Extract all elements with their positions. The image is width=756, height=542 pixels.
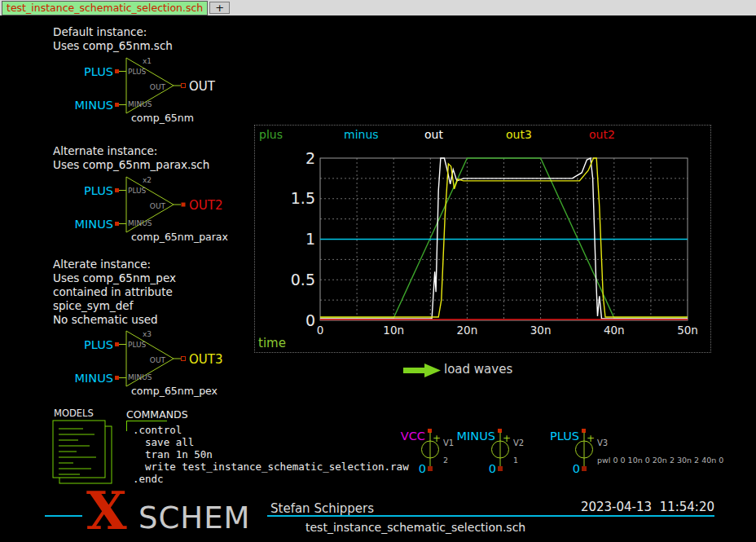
pin-square-out[interactable] [182, 203, 186, 207]
instance-designator: x2 [143, 176, 152, 184]
pin-square[interactable] [115, 103, 119, 107]
pin-square[interactable] [428, 429, 432, 433]
commands-code-block[interactable]: .control save all tran 1n 50n write test… [133, 424, 409, 485]
comparator-instance-x1[interactable]: x1 PLUS OUT MINUS PLUS MINUS OUT comp_65… [77, 51, 240, 128]
source-value: 2 [443, 456, 448, 465]
net-label-gnd[interactable]: 0 [419, 462, 426, 475]
commands-code-line: tran 1n 50n [133, 448, 409, 460]
net-label-minus[interactable]: MINUS [75, 99, 113, 112]
net-label-minus[interactable]: MINUS [75, 372, 113, 385]
instance3-header-line: contained in attribute [53, 285, 176, 299]
pin-square[interactable] [428, 466, 433, 471]
tab-active[interactable]: test_instance_schematic_selection.sch [2, 1, 208, 15]
commands-label: COMMANDS [126, 408, 188, 421]
source-designator: V3 [597, 438, 608, 447]
cell-name: comp_65nm_parax [131, 231, 228, 243]
pin-square[interactable] [582, 429, 586, 433]
legend-out: out [424, 128, 443, 141]
cell-name: comp_65nm_pex [131, 385, 218, 397]
models-label: MODELS [54, 408, 94, 419]
pin-square-out[interactable] [182, 357, 186, 361]
x-tick-label: 10n [383, 324, 404, 337]
cell-name: comp_65nm [131, 112, 194, 124]
legend-plus: plus [259, 128, 283, 141]
commands-code-line: .control [133, 424, 409, 436]
net-label-out[interactable]: OUT [189, 79, 216, 94]
net-label-plus[interactable]: PLUS [84, 65, 113, 78]
y-tick-label: 1 [305, 230, 315, 248]
pin-label-minus: MINUS [128, 100, 152, 108]
net-label-vcc[interactable]: VCC [401, 430, 425, 443]
voltage-source-v3[interactable]: PLUS + V3 pwl 0 0 10n 0 20n 2 30n 2 40n … [557, 425, 756, 477]
xschem-window: test_instance_schematic_selection.sch + … [0, 0, 756, 542]
sheet-title: test_instance_schematic_selection.sch [305, 521, 525, 534]
instance3-header: Alterate instance: Uses comp_65nm_pex co… [53, 258, 176, 327]
source-value: 1 [513, 456, 518, 465]
pin-square[interactable] [498, 466, 503, 471]
instance-designator: x3 [143, 330, 152, 338]
load-waves-arrow-icon[interactable] [402, 361, 442, 379]
pin-square[interactable] [498, 429, 502, 433]
instance1-header-line: Default instance: [53, 25, 173, 39]
x-tick-label: 50n [677, 324, 698, 337]
y-tick-label: 0.5 [291, 271, 315, 289]
y-tick-label: 1.5 [291, 189, 315, 207]
source-designator: V1 [443, 438, 454, 447]
x-axis-label: time [258, 336, 286, 350]
x-tick-label: 0 [317, 324, 324, 337]
pin-square[interactable] [115, 342, 119, 346]
pin-label-plus: PLUS [128, 68, 147, 76]
x-tick-label: 30n [530, 324, 552, 337]
net-label-minus[interactable]: MINUS [75, 218, 113, 231]
commands-code-line: write test_instance_schematic_selection.… [133, 460, 409, 473]
pin-square[interactable] [115, 376, 119, 380]
instance2-header: Alternate instance: Uses comp_65nm_parax… [53, 144, 209, 172]
polarity-plus-sign: + [587, 433, 595, 444]
pin-label-plus: PLUS [128, 341, 147, 349]
xschem-logo-x: X [86, 487, 127, 535]
x-tick-label: 40n [604, 324, 625, 337]
net-label-gnd[interactable]: 0 [573, 462, 580, 475]
timestamp: 2023-04-13 11:54:20 [521, 500, 714, 514]
comparator-instance-x3[interactable]: x3 PLUS OUT MINUS PLUS MINUS OUT3 comp_6… [77, 324, 240, 401]
footer-divider-line [267, 515, 714, 517]
instance3-header-line: Uses comp_65nm_pex [53, 271, 176, 285]
instance2-header-line: Alternate instance: [53, 144, 209, 158]
load-waves-launcher[interactable]: load waves [444, 362, 512, 377]
pin-square-out[interactable] [182, 84, 186, 88]
trace-out [320, 158, 688, 319]
waveform-graph[interactable]: 010n20n30n40n50n00.511.52plusminusoutout… [255, 126, 710, 352]
xschem-logo-text: SCHEM [138, 503, 250, 533]
instance3-header-line: Alterate instance: [53, 258, 176, 271]
y-tick-label: 2 [305, 149, 315, 167]
polarity-plus-sign: + [503, 433, 511, 444]
instance3-header-line: spice_sym_def [53, 299, 176, 313]
pin-label-plus: PLUS [128, 187, 147, 195]
net-label-plus[interactable]: PLUS [84, 184, 113, 197]
polarity-plus-sign: + [433, 433, 441, 444]
net-label-plus[interactable]: PLUS [84, 338, 113, 351]
net-label-gnd[interactable]: 0 [489, 462, 496, 475]
x-tick-label: 20n [457, 324, 478, 337]
legend-out3: out3 [506, 128, 532, 141]
models-block[interactable]: MODELS [49, 403, 130, 487]
pin-square[interactable] [115, 69, 119, 73]
source-value: pwl 0 0 10n 0 20n 2 30n 2 40n 0 [597, 456, 723, 465]
new-tab-button[interactable]: + [209, 2, 230, 14]
pin-square[interactable] [582, 466, 587, 471]
net-label-out[interactable]: OUT3 [189, 352, 223, 367]
footer-left-line [45, 515, 82, 517]
instance1-header: Default instance: Uses comp_65nm.sch [53, 25, 173, 53]
tab-bar: test_instance_schematic_selection.sch + [0, 0, 756, 15]
pin-label-out: OUT [150, 356, 166, 364]
source-designator: V2 [513, 438, 524, 447]
net-label-out[interactable]: OUT2 [189, 198, 223, 213]
comparator-instance-x2[interactable]: x2 PLUS OUT MINUS PLUS MINUS OUT2 comp_6… [77, 170, 240, 247]
commands-code-line: save all [133, 436, 409, 448]
pin-label-minus: MINUS [128, 373, 152, 381]
net-label-plus[interactable]: PLUS [550, 430, 579, 443]
net-label-minus[interactable]: MINUS [457, 430, 495, 443]
y-tick-label: 0 [305, 311, 315, 329]
pin-square[interactable] [115, 188, 119, 192]
pin-square[interactable] [115, 222, 119, 226]
